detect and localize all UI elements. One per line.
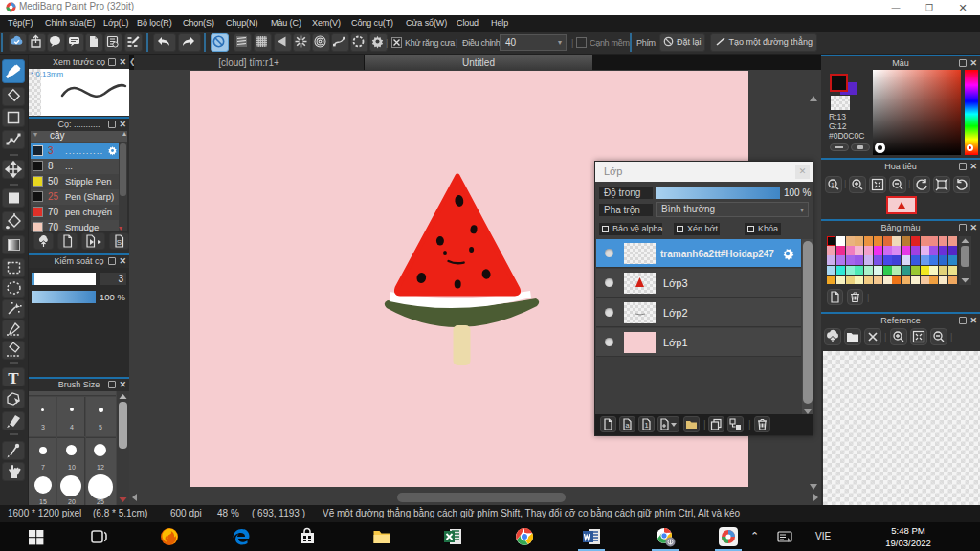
svg-text:T: T <box>8 369 19 387</box>
svg-text:1: 1 <box>831 182 835 187</box>
svg-text:a: a <box>625 421 630 430</box>
svg-text:S: S <box>117 238 122 247</box>
svg-text:1: 1 <box>644 421 648 430</box>
